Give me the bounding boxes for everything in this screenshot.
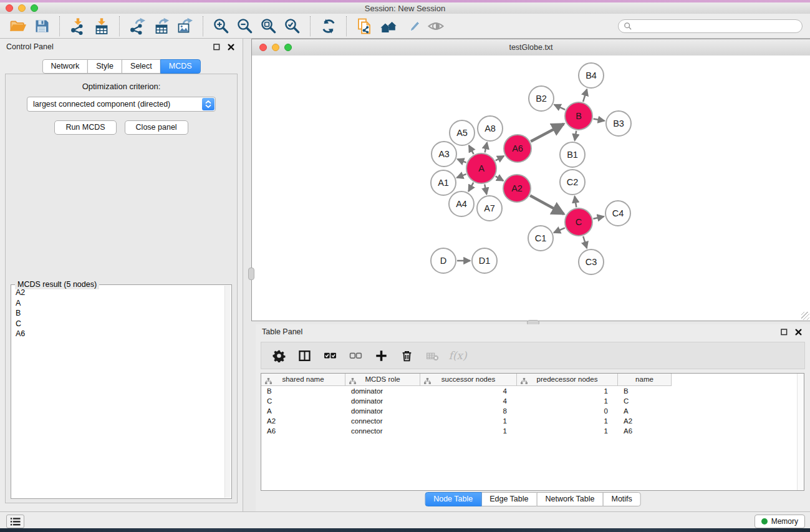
table-cell[interactable]: C — [261, 396, 345, 406]
criterion-dropdown[interactable]: largest connected component (directed) — [27, 97, 216, 112]
tab-style[interactable]: Style — [87, 59, 122, 74]
delete-button[interactable] — [399, 348, 414, 363]
table-cell[interactable]: A6 — [618, 426, 672, 436]
tab-select[interactable]: Select — [122, 59, 161, 74]
table-scrollbar[interactable] — [797, 374, 804, 490]
table-cell[interactable]: A — [618, 406, 672, 416]
graph-edge-B-B4[interactable] — [583, 89, 587, 102]
graph-node-C1[interactable]: C1 — [528, 226, 553, 251]
export-image-button[interactable] — [173, 16, 197, 37]
graph-edge-B-B3[interactable] — [594, 118, 605, 120]
table-cell[interactable]: dominator — [345, 386, 420, 396]
zoom-selected-button[interactable] — [281, 16, 304, 37]
graph-node-A6[interactable]: A6 — [504, 135, 531, 162]
table-cell[interactable]: B — [618, 386, 672, 396]
export-table-button[interactable] — [150, 16, 173, 37]
graph-node-C[interactable]: C — [565, 208, 592, 236]
home-button[interactable] — [377, 16, 400, 37]
table-cell[interactable]: 1 — [420, 416, 517, 426]
graph-edge-A-A8[interactable] — [485, 143, 488, 153]
graph-node-A1[interactable]: A1 — [431, 170, 456, 195]
table-cell[interactable]: dominator — [345, 406, 420, 416]
run-mcds-button[interactable]: Run MCDS — [54, 120, 116, 135]
mcds-result-item[interactable]: A2 — [11, 288, 224, 298]
graph-node-D[interactable]: D — [431, 248, 456, 273]
column-header-MCDS-role[interactable]: MCDS role — [345, 374, 420, 385]
select-all-button[interactable] — [322, 348, 337, 363]
graph-node-C3[interactable]: C3 — [579, 249, 604, 274]
paint-button[interactable] — [400, 16, 424, 37]
import-network-button[interactable] — [66, 16, 90, 37]
network-window-titlebar[interactable]: testGlobe.txt — [252, 39, 810, 56]
graph-edge-A-A3[interactable] — [458, 159, 466, 163]
table-cell[interactable]: A6 — [261, 426, 345, 436]
graph-edge-C-C1[interactable] — [554, 228, 565, 233]
table-row[interactable]: A6connector11A6 — [261, 426, 804, 436]
table-cell[interactable]: 0 — [517, 406, 618, 416]
deselect-all-button[interactable] — [348, 348, 363, 363]
graphics-details-button[interactable] — [424, 16, 448, 37]
graph-node-B2[interactable]: B2 — [529, 86, 554, 111]
tab-edge-table[interactable]: Edge Table — [481, 492, 537, 506]
desktop-vertical-scroll-thumb[interactable] — [248, 268, 254, 280]
memory-button[interactable]: Memory — [755, 515, 805, 528]
graph-edge-C-C4[interactable] — [593, 216, 604, 219]
close-table-panel-icon[interactable] — [794, 328, 803, 336]
mcds-result-item[interactable]: A — [11, 298, 224, 309]
add-button[interactable] — [374, 348, 388, 363]
close-panel-button[interactable]: Close panel — [125, 120, 188, 135]
table-cell[interactable]: 1 — [517, 426, 618, 436]
zoom-fit-button[interactable] — [257, 16, 281, 37]
table-row[interactable]: Cdominator41C — [261, 396, 804, 406]
table-cell[interactable]: 1 — [517, 386, 618, 396]
save-button[interactable] — [30, 16, 54, 37]
refresh-button[interactable] — [317, 16, 340, 37]
graph-node-C2[interactable]: C2 — [560, 170, 585, 195]
graph-node-B[interactable]: B — [565, 102, 592, 130]
graph-node-A[interactable]: A — [466, 153, 496, 183]
graph-node-C4[interactable]: C4 — [605, 201, 630, 226]
export-network-button[interactable] — [126, 16, 150, 37]
close-panel-icon[interactable] — [227, 43, 235, 51]
zoom-in-button[interactable] — [210, 16, 233, 37]
table-cell[interactable]: connector — [345, 416, 420, 426]
task-history-button[interactable] — [6, 515, 24, 528]
graph-node-A3[interactable]: A3 — [432, 142, 456, 167]
search-input[interactable] — [635, 21, 797, 31]
graph-node-A5[interactable]: A5 — [450, 120, 475, 145]
graph-edge-A-A1[interactable] — [457, 174, 466, 178]
mcds-result-item[interactable]: B — [11, 308, 224, 319]
table-cell[interactable]: C — [618, 396, 672, 406]
tab-network-table[interactable]: Network Table — [537, 492, 604, 506]
graph-node-B3[interactable]: B3 — [606, 111, 631, 136]
table-cell[interactable]: 4 — [420, 396, 517, 406]
graph-edge-A-A6[interactable] — [496, 156, 504, 160]
float-table-panel-icon[interactable] — [780, 328, 788, 336]
graph-edge-C-C3[interactable] — [583, 236, 587, 248]
graph-edge-B-B1[interactable] — [575, 131, 577, 141]
graph-edge-C-C2[interactable] — [575, 196, 577, 208]
graph-node-B1[interactable]: B1 — [560, 142, 585, 167]
table-cell[interactable]: 1 — [420, 426, 517, 436]
graph-edge-A-A7[interactable] — [485, 185, 486, 195]
graph-node-D1[interactable]: D1 — [472, 248, 497, 273]
settings-button[interactable] — [271, 348, 286, 363]
import-table-button[interactable] — [90, 16, 113, 37]
table-cell[interactable]: connector — [345, 426, 420, 436]
table-cell[interactable]: dominator — [345, 396, 420, 406]
table-cell[interactable]: 4 — [420, 386, 517, 396]
mcds-result-scrollbar[interactable] — [224, 286, 231, 498]
table-cell[interactable]: 1 — [517, 396, 618, 406]
graph-node-A7[interactable]: A7 — [477, 196, 502, 221]
resize-grip-icon[interactable] — [801, 312, 809, 320]
graph-edge-A2-C[interactable] — [530, 196, 564, 215]
table-cell[interactable]: A2 — [261, 416, 345, 426]
mcds-result-item[interactable]: A6 — [11, 329, 224, 339]
graph-node-A8[interactable]: A8 — [478, 116, 503, 141]
tab-node-table[interactable]: Node Table — [425, 492, 481, 506]
open-button[interactable] — [6, 16, 30, 37]
column-header-successor-nodes[interactable]: successor nodes — [420, 374, 517, 385]
zoom-out-button[interactable] — [233, 16, 257, 37]
tab-mcds[interactable]: MCDS — [160, 59, 201, 74]
duplicate-network-button[interactable] — [353, 16, 377, 37]
